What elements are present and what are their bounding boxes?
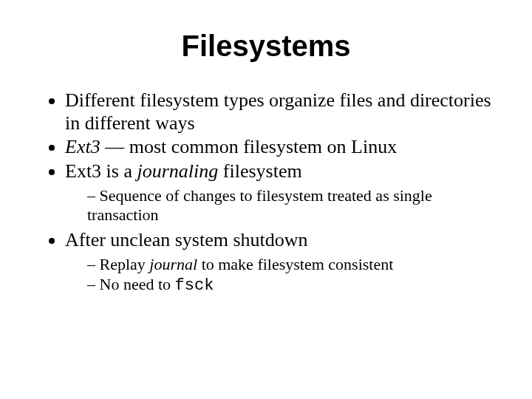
bullet-2: Ext3 — most common filesystem on Linux (65, 136, 495, 159)
sublist-3: Sequence of changes to filesystem treate… (65, 186, 495, 225)
sublist-4: Replay journal to make filesystem consis… (65, 255, 495, 296)
sub-3-1-text: Sequence of changes to filesystem treate… (87, 186, 432, 224)
bullet-3: Ext3 is a journaling filesystem Sequence… (65, 160, 495, 225)
bullet-3-b: filesystem (218, 160, 301, 182)
bullet-3-em: journaling (137, 160, 219, 182)
bullet-list: Different filesystem types organize file… (37, 89, 495, 296)
sub-4-1-b: to make filesystem consistent (197, 255, 393, 273)
sub-4-1-a: Replay (100, 255, 150, 273)
bullet-2-rest: — most common filesystem on Linux (100, 136, 398, 157)
bullet-1-text: Different filesystem types organize file… (65, 89, 491, 134)
sub-4-2: No need to fsck (87, 275, 495, 296)
sub-4-1-em: journal (149, 255, 197, 273)
slide-title: Filesystems (37, 30, 495, 63)
sub-4-2-a: No need to (100, 275, 175, 293)
bullet-3-a: Ext3 is a (65, 160, 137, 182)
sub-3-1: Sequence of changes to filesystem treate… (87, 186, 495, 225)
bullet-2-em: Ext3 (65, 136, 100, 157)
sub-4-2-code: fsck (175, 276, 214, 295)
sub-4-1: Replay journal to make filesystem consis… (87, 255, 495, 274)
bullet-4-text: After unclean system shutdown (65, 229, 308, 250)
slide: Filesystems Different filesystem types o… (0, 0, 532, 399)
bullet-1: Different filesystem types organize file… (65, 89, 495, 134)
bullet-4: After unclean system shutdown Replay jou… (65, 229, 495, 295)
